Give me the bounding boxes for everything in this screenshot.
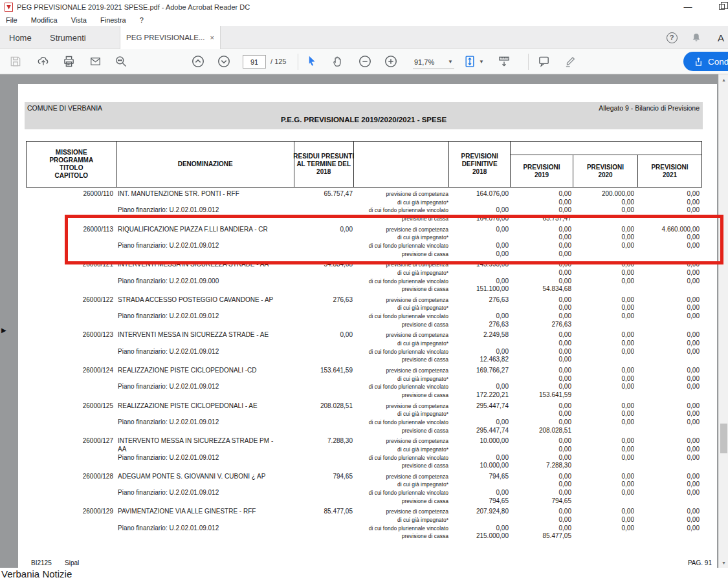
scrollbar-thumb[interactable]: [720, 424, 727, 453]
row-values-definitive-2018: 794,650,00794,65: [450, 473, 511, 506]
previous-page-button[interactable]: [191, 54, 205, 69]
row-value: 0,00: [639, 331, 700, 339]
row-line-label: previsione di competenza: [354, 190, 448, 199]
notifications-button[interactable]: [689, 30, 704, 45]
row-values-2021: 0,000,000,00: [639, 367, 702, 400]
row-code: 26000/128: [26, 473, 116, 506]
row-residui: 0,00: [294, 331, 354, 364]
row-value: [294, 321, 353, 329]
minimize-button[interactable]: —: [678, 0, 698, 13]
page-fit-button[interactable]: ▼: [463, 54, 484, 69]
row-value: 0,00: [511, 312, 571, 321]
nav-pane-expand-icon[interactable]: ▶: [1, 327, 6, 334]
row-value: [26, 250, 113, 259]
highlighter-icon: [564, 55, 577, 68]
row-value: 0,00: [639, 348, 700, 356]
row-value: [26, 532, 113, 541]
tab-strumenti[interactable]: Strumenti: [50, 26, 86, 49]
email-icon: [89, 56, 102, 67]
menu-help[interactable]: ?: [140, 16, 144, 24]
row-value: 0,00: [450, 489, 509, 497]
table-row: 26000/124REALIZZAZIONE PISTE CICLOPEDONA…: [26, 364, 702, 400]
row-values-definitive-2018: 295.447,740,00295.447,74: [450, 402, 511, 435]
header-previsioni-definitive: PREVISIONI DEFINITIVE 2018: [449, 142, 511, 187]
row-values-2019: 0,000,000,00794,65: [511, 473, 574, 506]
row-value: 276,63: [511, 321, 571, 329]
row-value: 0,00: [639, 277, 700, 286]
menu-finestra[interactable]: Finestra: [100, 16, 126, 24]
upload-button[interactable]: [36, 55, 50, 68]
row-value: [26, 321, 113, 329]
row-value: 0,00: [574, 348, 634, 356]
row-value: 0,00: [639, 480, 700, 489]
row-value: 0,00: [450, 226, 509, 234]
account-button[interactable]: A: [713, 30, 728, 45]
row-code: 26000/124: [26, 367, 116, 400]
row-denomination-cell: INTERVENTO MESSA IN SICUREZZA STRADE PM …: [116, 437, 294, 470]
tab-close-icon[interactable]: ×: [210, 34, 214, 41]
row-value: [294, 375, 353, 383]
row-value: [26, 277, 113, 286]
row-value: [26, 233, 113, 242]
zoom-in-button[interactable]: [384, 54, 398, 69]
restore-icon: [719, 4, 725, 10]
row-line-label: previsione di cassa: [354, 462, 448, 470]
row-line-label: previsione di competenza: [354, 402, 448, 411]
row-value: 295.447,74: [450, 402, 509, 411]
vertical-scrollbar[interactable]: ▲ ▼: [718, 74, 728, 568]
row-denomination: REALIZZAZIONE PISTE CICLOPEDONALI - AE: [118, 402, 258, 411]
select-tool-button[interactable]: [305, 55, 318, 68]
email-button[interactable]: [89, 56, 102, 67]
row-value: 0,00: [511, 356, 571, 364]
row-line-label: previsione di competenza: [354, 437, 448, 446]
chevron-down-icon: ▼: [479, 59, 484, 65]
comment-button[interactable]: [537, 55, 551, 68]
menu-vista[interactable]: Vista: [71, 16, 87, 24]
row-value: 0,00: [574, 508, 634, 516]
image-caption: Verbania Notizie: [0, 568, 728, 582]
row-value: 0,00: [511, 331, 571, 339]
share-button[interactable]: Condividi: [683, 52, 728, 71]
row-residui: 794,65: [294, 473, 354, 506]
next-page-button[interactable]: [217, 54, 231, 69]
row-value: 0,00: [574, 261, 634, 269]
row-value: 0,00: [639, 446, 700, 454]
row-line-label: di cui fondo pluriennale vincolato: [354, 312, 448, 321]
row-values-definitive-2018: 169.766,270,00172.220,21: [450, 367, 511, 400]
hand-tool-button[interactable]: [331, 55, 344, 68]
row-value: [574, 391, 634, 400]
display-settings-button[interactable]: [497, 55, 511, 68]
row-values-2020: 0,000,000,00: [574, 226, 639, 259]
comment-icon: [537, 55, 551, 68]
row-value: [26, 215, 113, 223]
help-button[interactable]: ?: [664, 30, 679, 45]
tab-bar: Home Strumenti PEG PREVISIONALE... × ? A: [0, 26, 728, 49]
page-number-input[interactable]: 91: [243, 55, 266, 69]
row-denomination-cell: INTERVENTI MESSA IN SICUREZZA STRADE - A…: [116, 331, 294, 364]
page-total: 125: [274, 58, 286, 65]
row-value: 0,00: [511, 367, 571, 375]
row-value: [26, 348, 113, 356]
highlight-button[interactable]: [564, 55, 577, 68]
scrollbar-up-icon[interactable]: ▲: [719, 75, 728, 84]
print-button[interactable]: [62, 55, 76, 68]
scrollbar-down-icon[interactable]: ▼: [719, 558, 728, 567]
row-value: [26, 410, 113, 418]
tab-home[interactable]: Home: [9, 26, 32, 49]
zoom-out-button[interactable]: [358, 54, 372, 69]
row-line-label: previsione di cassa: [354, 356, 448, 364]
tab-document[interactable]: PEG PREVISIONALE... ×: [120, 26, 221, 49]
table-row: 26000/123INTERVENTI MESSA IN SICUREZZA S…: [26, 329, 702, 364]
row-line-label: previsione di competenza: [354, 261, 448, 269]
restore-button[interactable]: [712, 0, 728, 13]
menu-file[interactable]: File: [6, 16, 17, 24]
menu-modifica[interactable]: Modifica: [31, 16, 58, 24]
zoom-level-dropdown[interactable]: 91,7% ▼: [413, 55, 454, 69]
save-button[interactable]: [9, 55, 22, 68]
row-value: 794,65: [450, 497, 509, 506]
row-values-definitive-2018: 2.249,580,0012.463,82: [450, 331, 511, 364]
row-value: 0,00: [511, 261, 571, 269]
header-group-spacer: [511, 142, 701, 155]
search-button[interactable]: [115, 55, 127, 68]
row-value: [26, 339, 113, 348]
